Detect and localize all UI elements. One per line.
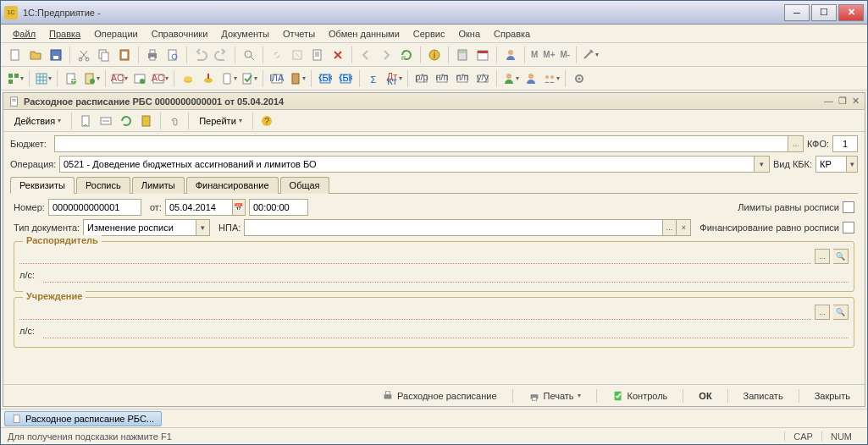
save-button[interactable]: Записать <box>736 387 791 404</box>
nav-fwd-icon[interactable] <box>377 46 395 64</box>
goto-button[interactable]: Перейти▾ <box>193 113 248 129</box>
sigma-icon[interactable]: Σ <box>364 69 383 88</box>
number-input[interactable] <box>49 200 141 215</box>
kbk-dropdown-button[interactable]: ▾ <box>846 157 857 172</box>
control-button[interactable]: Контроль <box>605 387 676 404</box>
doc-minimize-button[interactable]: — <box>824 96 833 107</box>
budget-select-button[interactable]: ... <box>788 136 803 151</box>
menu-help[interactable]: Справка <box>489 27 535 41</box>
rasp-search-button[interactable]: 🔍 <box>833 249 849 264</box>
person1-icon[interactable]: ▾ <box>501 69 520 88</box>
uchr-name-input[interactable] <box>19 305 811 320</box>
print-icon[interactable] <box>143 46 162 64</box>
fin-eq-checkbox[interactable] <box>843 222 854 233</box>
tree-icon[interactable]: ▾ <box>6 69 25 88</box>
actions-button[interactable]: Действия▾ <box>8 113 67 129</box>
tab-limits[interactable]: Лимиты <box>132 177 185 194</box>
close-doc-button[interactable]: Закрыть <box>807 387 858 404</box>
menu-windows[interactable]: Окна <box>453 27 485 41</box>
person2-icon[interactable] <box>522 69 540 88</box>
gear-icon[interactable] <box>570 69 589 88</box>
menu-operations[interactable]: Операции <box>89 27 142 41</box>
uchr-search-button[interactable]: 🔍 <box>833 305 849 320</box>
budget-input[interactable] <box>55 136 788 151</box>
refresh-doc-icon[interactable] <box>117 112 135 130</box>
kfo-input[interactable] <box>833 136 857 151</box>
kbk1-icon[interactable]: КБК <box>316 69 334 88</box>
operation-input[interactable] <box>60 157 754 172</box>
yy-icon[interactable]: у/у <box>473 69 492 88</box>
doc-new-icon[interactable]: + <box>62 69 80 88</box>
props-doc-icon[interactable] <box>137 112 156 130</box>
print-button[interactable]: Печать▾ <box>521 387 589 404</box>
external-icon[interactable] <box>288 46 307 64</box>
tab-requisites[interactable]: Реквизиты <box>10 177 75 194</box>
tab-financing[interactable]: Финансирование <box>186 177 279 194</box>
uchr-ls-input[interactable] <box>43 323 849 338</box>
link-icon[interactable] <box>268 46 286 64</box>
menu-refs[interactable]: Справочники <box>147 27 213 41</box>
preview-icon[interactable] <box>163 46 182 64</box>
settings-icon[interactable]: ▾ <box>581 46 600 64</box>
attach-icon[interactable] <box>165 112 184 130</box>
menu-reports[interactable]: Отчеты <box>278 27 320 41</box>
menu-docs[interactable]: Документы <box>216 27 274 41</box>
menu-edit[interactable]: Правка <box>44 27 86 41</box>
money1-icon[interactable] <box>179 69 197 88</box>
calc-icon[interactable] <box>453 46 472 64</box>
new-icon[interactable] <box>6 46 25 64</box>
cut-icon[interactable] <box>75 46 93 64</box>
npa-input[interactable] <box>245 220 661 235</box>
doc-close-button[interactable]: ✕ <box>852 96 860 107</box>
tab-common[interactable]: Общая <box>280 177 329 194</box>
kbk2-icon[interactable]: КБК <box>336 69 355 88</box>
save-doc-icon[interactable] <box>76 112 95 130</box>
date-input[interactable] <box>166 200 232 215</box>
reg2-icon[interactable] <box>130 69 149 88</box>
rasp-ls-input[interactable] <box>43 267 849 283</box>
props-icon[interactable] <box>308 46 327 64</box>
tablet-icon[interactable]: ▾ <box>219 69 238 88</box>
operation-dropdown-button[interactable]: ▾ <box>754 157 769 172</box>
open-icon[interactable] <box>26 46 45 64</box>
group-icon[interactable]: ▾ <box>542 69 561 88</box>
plat-icon[interactable]: ПЛАТ <box>268 69 286 88</box>
user-icon[interactable] <box>501 46 520 64</box>
doc-mark-icon[interactable]: ▾ <box>240 69 258 88</box>
np-icon[interactable]: н/п <box>433 69 451 88</box>
money2-icon[interactable] <box>199 69 218 88</box>
ok-button[interactable]: ОК <box>691 387 719 404</box>
limits-eq-checkbox[interactable] <box>843 201 854 213</box>
npa-select-button[interactable]: ... <box>662 220 677 235</box>
dk-icon[interactable]: ДтКт▾ <box>384 69 403 88</box>
pp-icon[interactable]: п/п <box>453 69 472 88</box>
close-doc-icon[interactable] <box>329 46 347 64</box>
post-icon[interactable] <box>97 112 115 130</box>
reg3-icon[interactable]: РАСП▾ <box>151 69 169 88</box>
menu-exchange[interactable]: Обмен данными <box>323 27 405 41</box>
maximize-button[interactable]: ☐ <box>811 4 837 21</box>
marker-m[interactable]: M <box>529 50 539 59</box>
menu-service[interactable]: Сервис <box>408 27 451 41</box>
marker-mplus[interactable]: M+ <box>541 50 556 59</box>
save-icon[interactable] <box>47 46 65 64</box>
task-button[interactable]: Расходное расписание РБС... <box>4 411 162 426</box>
marker-mminus[interactable]: M- <box>559 50 572 59</box>
rasp-name-input[interactable] <box>19 249 811 264</box>
rp1-icon[interactable]: р/р <box>412 69 431 88</box>
grid-icon[interactable]: ▾ <box>34 69 53 88</box>
date-picker-button[interactable]: 📅 <box>232 200 245 215</box>
doctype-dropdown-button[interactable]: ▾ <box>196 220 209 235</box>
find-icon[interactable] <box>240 46 258 64</box>
kbk-input[interactable] <box>816 157 846 172</box>
nav-back-icon[interactable] <box>357 46 375 64</box>
clip-icon[interactable]: ▾ <box>288 69 307 88</box>
time-input[interactable] <box>250 200 307 215</box>
undo-icon[interactable] <box>191 46 210 64</box>
redo-icon[interactable] <box>212 46 230 64</box>
about-icon[interactable]: i <box>425 46 444 64</box>
tab-rospis[interactable]: Роспись <box>76 177 130 194</box>
doctype-input[interactable] <box>84 220 196 235</box>
uchr-select-button[interactable]: ... <box>815 305 830 320</box>
help-icon[interactable]: ? <box>257 112 276 130</box>
